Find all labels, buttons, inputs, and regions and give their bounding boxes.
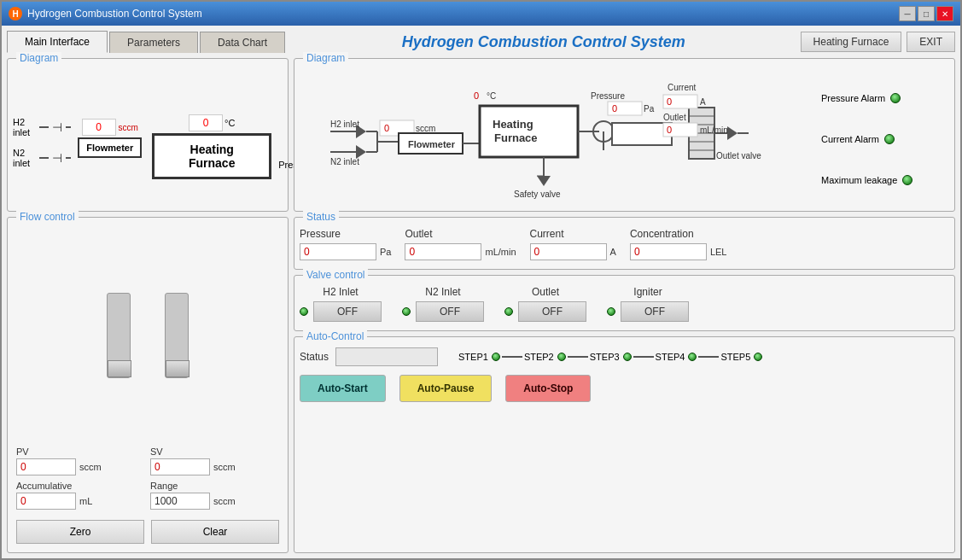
status-pressure-row: Pa bbox=[300, 243, 391, 260]
status-outlet-input[interactable] bbox=[405, 243, 481, 260]
tab-parameters[interactable]: Parameters bbox=[109, 32, 198, 53]
step5-led bbox=[754, 353, 762, 361]
step3-line bbox=[633, 356, 654, 358]
auto-status-row: Status STEP1 STEP2 STEP3 bbox=[300, 347, 949, 366]
step5-label: STEP5 bbox=[720, 352, 750, 362]
svg-text:Furnace: Furnace bbox=[494, 131, 538, 144]
tab-data-chart[interactable]: Data Chart bbox=[200, 32, 285, 53]
max-leakage-row: Maximum leakage bbox=[821, 175, 941, 185]
svg-text:mL/min: mL/min bbox=[700, 125, 728, 135]
diagram-main: H2 inlet N2 inlet bbox=[300, 62, 949, 207]
slider-thumb-1[interactable] bbox=[108, 360, 131, 377]
svg-text:0: 0 bbox=[667, 125, 672, 135]
exit-button[interactable]: EXIT bbox=[907, 32, 955, 52]
alarm-panel: Pressure Alarm Current Alarm Maximum lea… bbox=[813, 71, 949, 207]
inlet-area: H2 inlet ⊣ N2 inlet ⊣ bbox=[13, 117, 71, 168]
left-panel: Diagram H2 inlet ⊣ N2 inlet bbox=[7, 58, 289, 553]
main-area: Main Interface Parameters Data Chart Hyd… bbox=[2, 26, 960, 558]
svg-text:°C: °C bbox=[487, 91, 496, 101]
valve-h2-button[interactable]: OFF bbox=[313, 301, 382, 322]
flowmeter-area: 0 sccm Flowmeter bbox=[74, 119, 145, 158]
status-concentration-input[interactable] bbox=[630, 243, 707, 260]
svg-text:0: 0 bbox=[667, 96, 672, 107]
current-alarm-row: Current Alarm bbox=[821, 134, 941, 144]
svg-text:Pa: Pa bbox=[644, 104, 655, 114]
diagram-right-panel: Diagram H2 inlet bbox=[294, 58, 955, 212]
svg-text:Heating: Heating bbox=[493, 118, 533, 131]
valve-igniter-row: OFF bbox=[607, 301, 689, 322]
title-bar: H Hydrogen Combustion Control System ─ □… bbox=[2, 2, 960, 26]
status-current-input[interactable] bbox=[530, 243, 607, 260]
valve-n2-button[interactable]: OFF bbox=[416, 301, 484, 322]
furnace-box: Heating Furnace bbox=[152, 133, 271, 179]
flow-content: PV sccm SV sccm bbox=[13, 221, 283, 549]
minimize-button[interactable]: ─ bbox=[899, 6, 916, 21]
step2-line bbox=[568, 356, 588, 358]
pressure-alarm-label: Pressure Alarm bbox=[821, 93, 885, 103]
status-pressure-unit: Pa bbox=[380, 247, 391, 257]
auto-status-label: Status bbox=[300, 351, 329, 363]
tab-main-interface[interactable]: Main Interface bbox=[7, 31, 108, 53]
clear-button[interactable]: Clear bbox=[151, 520, 279, 544]
sliders-row bbox=[13, 230, 283, 441]
pv-input[interactable] bbox=[16, 458, 76, 475]
valve-outlet-button[interactable]: OFF bbox=[518, 301, 586, 322]
auto-stop-button[interactable]: Auto-Stop bbox=[505, 375, 591, 402]
main-window: H Hydrogen Combustion Control System ─ □… bbox=[0, 0, 962, 560]
maximize-button[interactable]: □ bbox=[918, 6, 935, 21]
right-panel: Diagram H2 inlet bbox=[294, 58, 955, 553]
status-current-unit: A bbox=[610, 247, 616, 257]
svg-marker-41 bbox=[537, 176, 551, 186]
pv-label: PV bbox=[16, 446, 145, 457]
content-area: Diagram H2 inlet ⊣ N2 inlet bbox=[7, 58, 955, 553]
auto-pause-button[interactable]: Auto-Pause bbox=[399, 375, 493, 402]
auto-control-panel: Auto-Control Status STEP1 STEP2 bbox=[294, 336, 955, 553]
auto-start-button[interactable]: Auto-Start bbox=[300, 375, 386, 402]
top-buttons: Heating Furnace EXIT bbox=[801, 32, 955, 52]
sv-input[interactable] bbox=[150, 458, 210, 475]
status-outlet: Outlet mL/min bbox=[405, 228, 516, 260]
status-concentration-label: Concentration bbox=[630, 228, 727, 240]
valve-content: H2 Inlet OFF N2 Inlet OFF bbox=[300, 279, 949, 327]
diagram-right-label: Diagram bbox=[303, 52, 348, 64]
max-leakage-label: Maximum leakage bbox=[821, 175, 897, 185]
app-icon: H bbox=[9, 7, 22, 20]
temp-display-row: 0 °C bbox=[189, 114, 235, 131]
window-title: Hydrogen Combustion Control System bbox=[27, 8, 202, 20]
valve-igniter-label: Igniter bbox=[633, 286, 662, 298]
accumulative-row: mL bbox=[16, 493, 145, 510]
step2-led bbox=[557, 353, 566, 361]
range-input[interactable] bbox=[150, 493, 210, 510]
diagram-center: H2 inlet N2 inlet bbox=[300, 71, 804, 207]
svg-text:Flowmeter: Flowmeter bbox=[408, 139, 456, 149]
pipe-h2 bbox=[39, 126, 50, 128]
status-pressure-input[interactable] bbox=[300, 243, 376, 260]
valve-igniter-button[interactable]: OFF bbox=[621, 301, 689, 322]
top-bar: Main Interface Parameters Data Chart Hyd… bbox=[7, 31, 955, 53]
flow-buttons: Zero Clear bbox=[13, 515, 283, 549]
heating-furnace-button[interactable]: Heating Furnace bbox=[801, 32, 902, 52]
max-leakage-led bbox=[902, 175, 912, 185]
diagram-content: H2 inlet ⊣ N2 inlet ⊣ bbox=[13, 62, 283, 207]
auto-status-box bbox=[335, 347, 438, 366]
status-label: Status bbox=[303, 211, 339, 223]
pv-unit: sccm bbox=[79, 462, 102, 472]
close-button[interactable]: ✕ bbox=[936, 6, 953, 21]
slider-1[interactable] bbox=[107, 293, 131, 378]
current-alarm-led bbox=[884, 134, 895, 144]
pressure-alarm-row: Pressure Alarm bbox=[821, 93, 941, 103]
slider-thumb-2[interactable] bbox=[166, 360, 189, 377]
step1-led bbox=[492, 353, 500, 361]
auto-buttons: Auto-Start Auto-Pause Auto-Stop bbox=[300, 375, 949, 402]
status-outlet-unit: mL/min bbox=[485, 247, 516, 257]
status-panel: Status Pressure Pa Outlet bbox=[294, 217, 955, 270]
zero-button[interactable]: Zero bbox=[16, 520, 144, 544]
valve-h2-inlet-label: H2 Inlet bbox=[323, 286, 358, 298]
accumulative-field: Accumulative mL bbox=[16, 481, 145, 510]
accumulative-input[interactable] bbox=[16, 493, 76, 510]
range-unit: sccm bbox=[213, 496, 236, 506]
flow-fields: PV sccm SV sccm bbox=[13, 441, 283, 515]
range-label: Range bbox=[150, 481, 279, 491]
valve-igniter: Igniter OFF bbox=[607, 286, 689, 322]
slider-2[interactable] bbox=[165, 293, 189, 378]
